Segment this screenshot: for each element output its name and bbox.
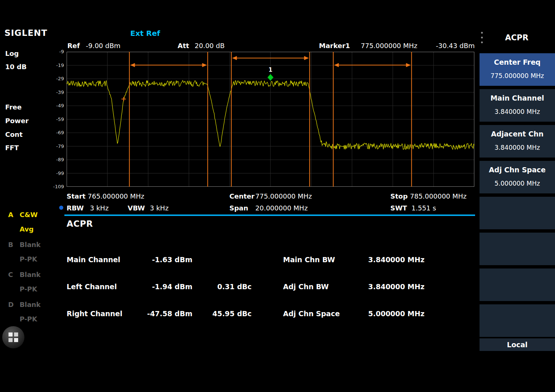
swt-value: 1.551 s bbox=[411, 204, 436, 212]
svg-text:1: 1 bbox=[269, 67, 272, 73]
y-axis-tick: -39 bbox=[56, 90, 64, 95]
rbw-value: 3 kHz bbox=[90, 204, 109, 212]
sweep-mode-label: Cont bbox=[5, 131, 23, 138]
stop-freq-label: Stop bbox=[390, 192, 408, 200]
softkey-value: 5.000000 MHz bbox=[480, 180, 555, 187]
softkey-empty-6 bbox=[480, 233, 555, 265]
stop-freq-value: 785.000000 MHz bbox=[410, 192, 467, 200]
marker1-frequency: 775.000000 MHz bbox=[361, 42, 417, 50]
menu-title: ACPR bbox=[478, 33, 555, 42]
acpr-channel-ratio: 45.95 dBc bbox=[185, 310, 252, 318]
acpr-results-table: Main Channel-1.63 dBmMain Chn BW3.840000… bbox=[0, 244, 477, 333]
marker1-amplitude: -30.43 dBm bbox=[436, 42, 475, 50]
y-axis-tick: -89 bbox=[56, 157, 64, 162]
acpr-channel-ratio: 0.31 dBc bbox=[185, 283, 252, 291]
center-freq-value: 775.000000 MHz bbox=[255, 192, 312, 200]
softkey-adj-chn-space[interactable]: Adj Chn Space5.000000 MHz bbox=[480, 161, 555, 193]
span-label: Span bbox=[229, 204, 248, 212]
y-axis-tick: -79 bbox=[56, 144, 64, 149]
sweep-progress-dot bbox=[59, 206, 63, 210]
vbw-label: VBW bbox=[128, 204, 145, 212]
softkey-empty-7 bbox=[480, 268, 555, 301]
acpr-result-row: Main Channel-1.63 dBmMain Chn BW3.840000… bbox=[0, 256, 477, 265]
attenuation-value: 20.00 dB bbox=[195, 42, 225, 50]
y-axis-tick: -59 bbox=[56, 117, 64, 122]
ref-level-label: Ref bbox=[67, 42, 80, 50]
acpr-channel-name: Main Channel bbox=[67, 256, 120, 264]
softkey-adjacent-chn[interactable]: Adjacent Chn3.840000 MHz bbox=[480, 125, 555, 158]
rbw-label: RBW bbox=[67, 204, 84, 212]
acpr-section-title: ACPR bbox=[67, 219, 93, 229]
y-axis-tick: -19 bbox=[56, 63, 64, 68]
section-separator bbox=[64, 214, 475, 216]
meas-mode-label: Power bbox=[5, 117, 28, 125]
acpr-param-value: 5.000000 MHz bbox=[368, 310, 424, 318]
y-axis-tick: -9 bbox=[59, 49, 64, 54]
softkey-value: 3.840000 MHz bbox=[480, 144, 555, 151]
y-axis-tick: -109 bbox=[53, 184, 64, 189]
swt-label: SWT bbox=[390, 204, 407, 212]
marker1-label: Marker1 bbox=[319, 42, 350, 50]
ref-level-value: -9.00 dBm bbox=[86, 42, 121, 50]
y-axis-tick: -99 bbox=[56, 171, 64, 176]
start-freq-value: 765.000000 MHz bbox=[88, 192, 144, 200]
y-axis-tick: -29 bbox=[56, 76, 64, 81]
center-freq-label: Center bbox=[229, 192, 255, 200]
start-freq-label: Start bbox=[67, 192, 85, 200]
acpr-param-name: Main Chn BW bbox=[283, 256, 335, 264]
softkey-label: Adjacent Chn bbox=[480, 130, 555, 138]
trace-a-mode: C&W bbox=[20, 211, 38, 219]
softkey-empty-8 bbox=[480, 304, 555, 337]
span-value: 20.000000 MHz bbox=[255, 204, 308, 212]
acpr-channel-power: -1.63 dBm bbox=[122, 256, 192, 264]
windows-grid-icon bbox=[9, 332, 18, 342]
vbw-value: 3 kHz bbox=[150, 204, 169, 212]
ext-ref-status: Ext Ref bbox=[130, 29, 160, 38]
acpr-param-value: 3.840000 MHz bbox=[368, 283, 424, 291]
y-axis-tick: -69 bbox=[56, 130, 64, 135]
acpr-result-row: Right Channel-47.58 dBm45.95 dBcAdj Chn … bbox=[0, 310, 477, 319]
trace-a-letter: A bbox=[8, 211, 13, 219]
acpr-channel-name: Left Channel bbox=[67, 283, 117, 291]
brand-logo: SIGLENT bbox=[4, 28, 47, 38]
softkey-label: Main Channel bbox=[480, 94, 555, 102]
softkey-label: Center Freq bbox=[480, 58, 555, 66]
softkey-main-channel[interactable]: Main Channel3.840000 MHz bbox=[480, 89, 555, 122]
softkey-label: Adj Chn Space bbox=[480, 166, 555, 174]
local-button[interactable]: Local bbox=[480, 338, 555, 351]
softkey-value: 3.840000 MHz bbox=[480, 108, 555, 115]
y-axis-labels: -9-19-29-39-49-59-69-79-89-99-109 bbox=[47, 49, 65, 190]
acpr-param-value: 3.840000 MHz bbox=[368, 256, 424, 264]
trace-a-detector: Avg bbox=[20, 225, 34, 233]
acpr-param-name: Adj Chn Space bbox=[283, 310, 340, 318]
acpr-channel-power: -1.94 dBm bbox=[122, 283, 192, 291]
scale-per-div-label: 10 dB bbox=[5, 63, 27, 71]
acpr-channel-name: Right Channel bbox=[67, 310, 122, 318]
fft-mode-label: FFT bbox=[5, 144, 19, 152]
trigger-mode-label: Free bbox=[5, 103, 21, 111]
spectrum-plot: 1 bbox=[67, 52, 474, 187]
acpr-param-name: Adj Chn BW bbox=[283, 283, 329, 291]
acpr-channel-power: -47.58 dBm bbox=[122, 310, 192, 318]
y-axis-tick: -49 bbox=[56, 103, 64, 108]
softkey-center-freq[interactable]: Center Freq775.000000 MHz bbox=[480, 53, 555, 86]
acpr-result-row: Left Channel-1.94 dBm0.31 dBcAdj Chn BW3… bbox=[0, 283, 477, 292]
attenuation-label: Att bbox=[178, 42, 189, 50]
amplitude-scale-type-label: Log bbox=[5, 50, 19, 57]
softkey-empty-5 bbox=[480, 197, 555, 229]
home-menu-button[interactable] bbox=[2, 326, 24, 348]
softkey-value: 775.000000 MHz bbox=[480, 72, 555, 80]
